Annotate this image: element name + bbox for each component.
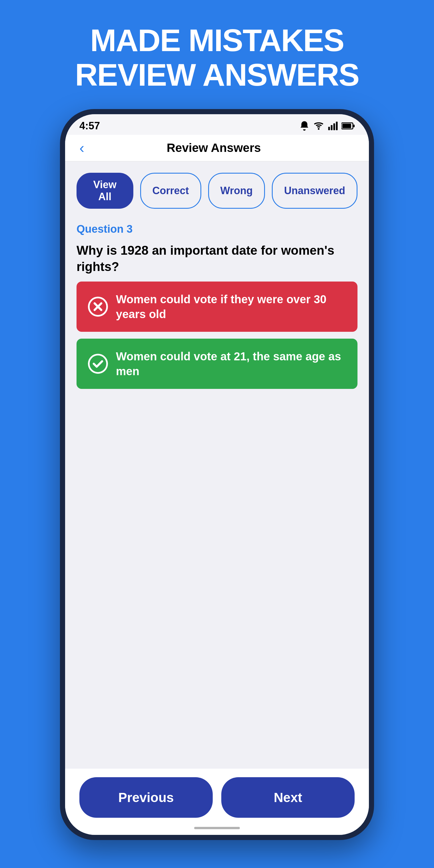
- correct-answer-text: Women could vote at 21, the same age as …: [116, 349, 346, 379]
- back-button[interactable]: ‹: [76, 141, 87, 155]
- notification-icon: [299, 121, 310, 131]
- svg-rect-8: [342, 124, 351, 128]
- signal-icon: [328, 121, 338, 131]
- previous-button[interactable]: Previous: [80, 777, 213, 818]
- svg-rect-4: [334, 123, 335, 130]
- wrong-icon: [88, 297, 108, 317]
- answer-wrong: Women could vote if they were over 30 ye…: [76, 282, 358, 332]
- headline-line2: REVIEW ANSWERS: [75, 57, 359, 92]
- svg-rect-7: [353, 124, 354, 127]
- next-button[interactable]: Next: [221, 777, 354, 818]
- phone-frame: 4:57: [60, 109, 374, 840]
- status-bar: 4:57: [65, 114, 369, 135]
- headline: MADE MISTAKES REVIEW ANSWERS: [58, 23, 376, 92]
- phone-screen: 4:57: [65, 114, 369, 835]
- filter-row: View All Correct Wrong Unanswered: [65, 161, 369, 214]
- nav-title: Review Answers: [87, 141, 340, 155]
- wifi-icon: [313, 121, 324, 131]
- svg-rect-3: [331, 125, 333, 130]
- filter-view-all[interactable]: View All: [76, 173, 133, 209]
- filter-wrong[interactable]: Wrong: [208, 173, 265, 209]
- filter-unanswered[interactable]: Unanswered: [272, 173, 358, 209]
- battery-icon: [341, 121, 354, 131]
- bottom-nav: Previous Next: [65, 769, 369, 835]
- svg-point-1: [318, 128, 319, 130]
- correct-icon: [88, 354, 108, 374]
- content-area: Question 3 Why is 1928 an important date…: [65, 214, 369, 769]
- answer-correct: Women could vote at 21, the same age as …: [76, 339, 358, 389]
- svg-rect-5: [336, 122, 338, 130]
- nav-bar: ‹ Review Answers: [65, 135, 369, 161]
- filter-correct[interactable]: Correct: [140, 173, 201, 209]
- home-indicator: [194, 827, 240, 829]
- headline-line1: MADE MISTAKES: [90, 23, 344, 58]
- question-label: Question 3: [76, 223, 358, 235]
- wrong-answer-text: Women could vote if they were over 30 ye…: [116, 292, 346, 321]
- svg-point-12: [89, 354, 107, 373]
- status-time: 4:57: [80, 120, 100, 132]
- status-icons: [299, 121, 354, 131]
- question-text: Why is 1928 an important date for women'…: [76, 242, 358, 275]
- svg-rect-2: [328, 127, 330, 130]
